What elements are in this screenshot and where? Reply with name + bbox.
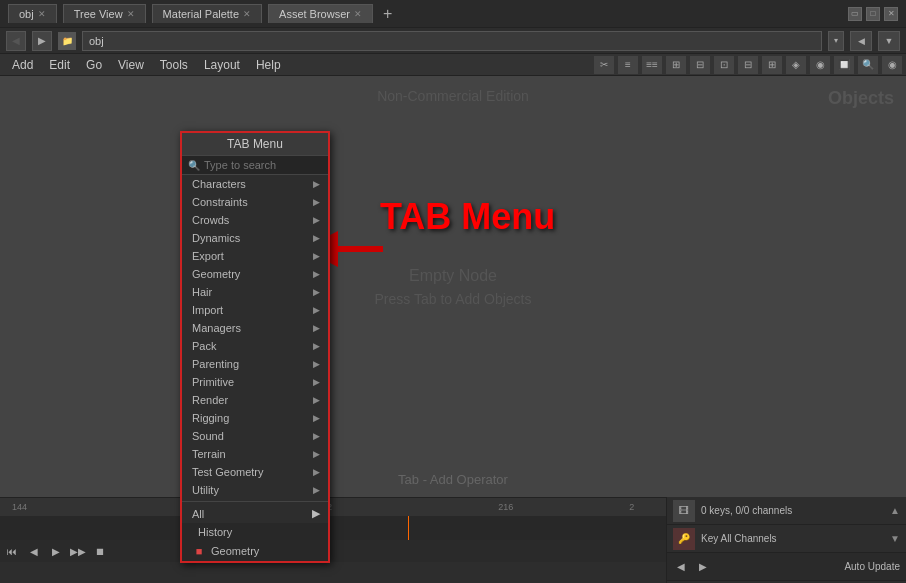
addr-icon: 📁 [58,32,76,50]
menu-item-constraints[interactable]: Constraints ▶ [182,193,328,211]
toolbar-circle-icon[interactable]: ◉ [810,56,830,74]
menu-item-all[interactable]: All ▶ [182,504,328,523]
menu-item-export[interactable]: Export ▶ [182,247,328,265]
viewport-objects-label: Objects [828,88,894,109]
channels-row: 🎞 0 keys, 0/0 channels ▲ [667,497,906,525]
status-prev-button[interactable]: ◀ [673,559,689,575]
menu-view[interactable]: View [110,56,152,74]
search-icon: 🔍 [188,160,200,171]
key-all-channels-row[interactable]: 🔑 Key All Channels ▼ [667,525,906,553]
address-bar: ◀ ▶ 📁 ▾ ◀ ▼ [0,28,906,54]
submenu-arrow-primitive: ▶ [313,377,320,387]
toolbar-star-icon[interactable]: ◈ [786,56,806,74]
scale-mark-144: 144 [12,502,27,512]
play-rewind-button[interactable]: ⏮ [4,543,20,559]
auto-update-row: ◀ ▶ Auto Update [667,553,906,581]
menu-item-sound[interactable]: Sound ▶ [182,427,328,445]
minimize-button[interactable]: ▭ [848,7,862,21]
toolbar-box-icon[interactable]: ⊡ [714,56,734,74]
menu-item-managers[interactable]: Managers ▶ [182,319,328,337]
menu-item-characters[interactable]: Characters ▶ [182,175,328,193]
tab-material-palette-close[interactable]: ✕ [243,9,251,19]
play-next-button[interactable]: ▶▶ [70,543,86,559]
addr-right-btn2[interactable]: ▼ [878,31,900,51]
play-prev-button[interactable]: ◀ [26,543,42,559]
playhead [408,516,409,540]
viewport-empty-msg: Empty Node Press Tab to Add Objects [375,267,532,307]
key-all-channels-label: Key All Channels [701,533,884,544]
menu-item-primitive[interactable]: Primitive ▶ [182,373,328,391]
status-next-button[interactable]: ▶ [695,559,711,575]
tab-add-button[interactable]: + [379,5,396,23]
tab-asset-browser[interactable]: Asset Browser ✕ [268,4,373,23]
submenu-arrow-rigging: ▶ [313,413,320,423]
tab-menu-search-input[interactable] [204,159,342,171]
menu-item-rigging[interactable]: Rigging ▶ [182,409,328,427]
menu-item-geometry[interactable]: Geometry ▶ [182,265,328,283]
menu-edit[interactable]: Edit [41,56,78,74]
menu-item-crowds[interactable]: Crowds ▶ [182,211,328,229]
menu-item-parenting[interactable]: Parenting ▶ [182,355,328,373]
toolbar-dot-icon[interactable]: ◉ [882,56,902,74]
menu-item-test-geometry[interactable]: Test Geometry ▶ [182,463,328,481]
nav-forward-button[interactable]: ▶ [32,31,52,51]
menu-item-import[interactable]: Import ▶ [182,301,328,319]
submenu-arrow-import: ▶ [313,305,320,315]
nav-back-button[interactable]: ◀ [6,31,26,51]
menu-item-render[interactable]: Render ▶ [182,391,328,409]
submenu-arrow-terrain: ▶ [313,449,320,459]
menu-go[interactable]: Go [78,56,110,74]
play-button[interactable]: ▶ [48,543,64,559]
tab-obj-close[interactable]: ✕ [38,9,46,19]
addr-right-btn1[interactable]: ◀ [850,31,872,51]
menu-bar: Add Edit Go View Tools Layout Help ✂ ≡ ≡… [0,54,906,76]
tab-obj[interactable]: obj ✕ [8,4,57,23]
menu-layout[interactable]: Layout [196,56,248,74]
addr-dropdown-button[interactable]: ▾ [828,31,844,51]
toolbar-grid-icon[interactable]: ⊞ [666,56,686,74]
submenu-arrow-export: ▶ [313,251,320,261]
scale-mark-2: 2 [629,502,634,512]
tab-asset-browser-close[interactable]: ✕ [354,9,362,19]
maximize-button[interactable]: □ [866,7,880,21]
submenu-arrow-utility: ▶ [313,485,320,495]
menu-geometry-history[interactable]: ■ Geometry [182,541,328,561]
play-stop-button[interactable]: ⏹ [92,543,108,559]
menu-item-hair[interactable]: Hair ▶ [182,283,328,301]
menu-help[interactable]: Help [248,56,289,74]
toolbar-cut-icon[interactable]: ✂ [594,56,614,74]
window-controls: ▭ □ ✕ [848,7,898,21]
toolbar-plus-icon[interactable]: ⊞ [762,56,782,74]
menu-tools[interactable]: Tools [152,56,196,74]
submenu-arrow-dynamics: ▶ [313,233,320,243]
channels-arrow[interactable]: ▲ [890,505,900,516]
close-button[interactable]: ✕ [884,7,898,21]
menu-item-terrain[interactable]: Terrain ▶ [182,445,328,463]
toolbar-grid2-icon[interactable]: ⊟ [690,56,710,74]
toolbar-search-icon[interactable]: 🔍 [858,56,878,74]
tab-tree-view[interactable]: Tree View ✕ [63,4,146,23]
bottom-right-panel: 🎞 0 keys, 0/0 channels ▲ 🔑 Key All Chann… [666,497,906,583]
menu-item-pack[interactable]: Pack ▶ [182,337,328,355]
viewport-empty-line1: Empty Node [375,267,532,285]
toolbar-list-icon[interactable]: ≡ [618,56,638,74]
toolbar-minus-icon[interactable]: ⊟ [738,56,758,74]
tab-asset-browser-label: Asset Browser [279,8,350,20]
submenu-arrow-all: ▶ [312,507,320,520]
menu-item-utility[interactable]: Utility ▶ [182,481,328,499]
address-input[interactable] [82,31,822,51]
menu-add[interactable]: Add [4,56,41,74]
tab-material-palette[interactable]: Material Palette ✕ [152,4,262,23]
menu-history-item[interactable]: History [182,523,328,541]
tab-tree-view-label: Tree View [74,8,123,20]
geometry-history-icon: ■ [192,544,206,558]
toolbar-list2-icon[interactable]: ≡≡ [642,56,662,74]
tab-obj-label: obj [19,8,34,20]
channels-label: 0 keys, 0/0 channels [701,505,884,516]
submenu-arrow-hair: ▶ [313,287,320,297]
menu-item-dynamics[interactable]: Dynamics ▶ [182,229,328,247]
toolbar-frame-icon[interactable]: 🔲 [834,56,854,74]
submenu-arrow-sound: ▶ [313,431,320,441]
key-channels-dropdown[interactable]: ▼ [890,533,900,544]
tab-tree-view-close[interactable]: ✕ [127,9,135,19]
